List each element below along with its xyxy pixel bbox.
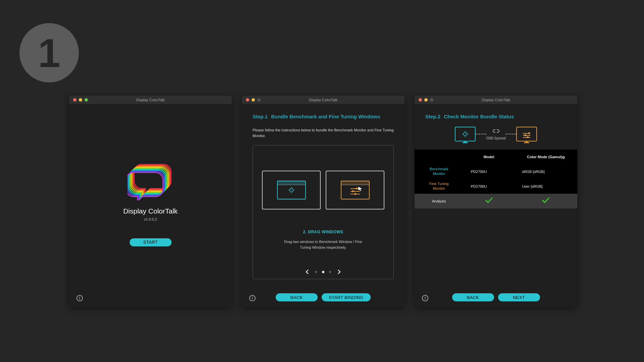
step-number-badge: 1: [19, 23, 79, 82]
window-controls: [246, 98, 261, 102]
titlebar: Display ColorTalk: [415, 96, 577, 104]
window-title: Display ColorTalk: [69, 98, 232, 102]
cursor-icon: [358, 186, 363, 191]
chevron-right-icon[interactable]: [337, 269, 341, 274]
row-label-fine-tuning: Fine Tuning Monitor: [415, 182, 463, 191]
table-footer-row: Analysis: [415, 194, 577, 208]
fine-tuning-monitor-chip: [516, 127, 537, 141]
step-number: 1: [38, 33, 60, 73]
maximize-icon[interactable]: [85, 98, 88, 102]
window-controls: [419, 98, 433, 102]
tutorial-step-description: Drag two windows to Benchmark Window / F…: [281, 239, 365, 250]
tutorial-panel: 2. DRAG WINDOWS Drag two windows to Benc…: [253, 145, 394, 279]
link-icon: [492, 128, 500, 135]
check-icon: [463, 197, 514, 205]
app-version: v1.0.0.2: [144, 217, 157, 221]
app-logo-icon: [127, 162, 174, 200]
cell-model: PD2700U: [463, 170, 514, 174]
back-button[interactable]: BACK: [276, 293, 318, 301]
tutorial-step-title: 2. DRAG WINDOWS: [253, 230, 393, 234]
back-button[interactable]: BACK: [452, 293, 494, 301]
window-body: Step.2 Check Monitor Bundle Status: [415, 104, 577, 307]
start-button[interactable]: START: [129, 238, 171, 246]
table-header-model: Model: [463, 155, 514, 159]
bundle-status-diagram: OSD Synced: [425, 127, 567, 141]
step-heading: Step.1 Bundle Benchmark and Fine Tuning …: [253, 114, 394, 119]
pager-dot[interactable]: [315, 271, 317, 273]
app-name: Display ColorTalk: [123, 207, 177, 215]
window-title: Display ColorTalk: [242, 98, 405, 102]
pager-dot[interactable]: [329, 271, 331, 273]
app-window-step2: Display ColorTalk Step.2 Check Monitor B…: [415, 96, 577, 307]
link-status: OSD Synced: [486, 128, 506, 140]
instructions-text: Please follow the instructions below to …: [253, 127, 394, 138]
benchmark-window-icon: [277, 181, 306, 199]
fine-tuning-window-icon: [341, 181, 370, 199]
svg-point-1: [291, 190, 291, 190]
fine-tuning-monitor-illustration: [326, 171, 384, 209]
table-header-row: Model Color Mode (Gamut)g: [415, 149, 577, 164]
close-icon[interactable]: [419, 98, 422, 102]
windows-row: Display ColorTalk: [69, 96, 577, 307]
next-button[interactable]: NEXT: [498, 293, 540, 301]
dash-line: [476, 134, 486, 134]
benchmark-monitor-chip: [455, 127, 476, 141]
cell-color-mode: User [sRGB]: [515, 184, 577, 188]
titlebar: Display ColorTalk: [242, 96, 405, 104]
cell-color-mode: sRGB [sRGB]: [515, 170, 577, 174]
start-binding-button[interactable]: START BINDING: [322, 293, 371, 301]
app-window-step1: Display ColorTalk Step.1 Bundle Benchmar…: [242, 96, 405, 307]
info-icon[interactable]: i: [422, 295, 428, 301]
cell-model: PD2700U: [463, 184, 514, 188]
step-heading: Step.2 Check Monitor Bundle Status: [425, 114, 567, 119]
close-icon[interactable]: [73, 98, 76, 102]
table-row: Benchmark Monitor PD2700U sRGB [sRGB]: [415, 164, 577, 179]
pager-dots: [315, 271, 331, 273]
check-icon: [515, 197, 577, 205]
window-title: Display ColorTalk: [415, 98, 577, 102]
carousel-nav: [253, 269, 393, 274]
titlebar: Display ColorTalk: [69, 96, 232, 104]
bundle-status-table: Model Color Mode (Gamut)g Benchmark Moni…: [415, 149, 577, 208]
table-header-color-mode: Color Mode (Gamut)g: [515, 155, 577, 159]
button-row: BACK NEXT: [415, 293, 577, 301]
dash-line: [505, 134, 516, 134]
svg-point-7: [465, 134, 466, 134]
window-body: Display ColorTalk v1.0.0.2 START i: [69, 104, 232, 307]
maximize-icon[interactable]: [257, 98, 261, 102]
minimize-icon[interactable]: [252, 98, 255, 102]
footer-label: Analysis: [415, 199, 463, 203]
table-row: Fine Tuning Monitor PD2700U User [sRGB]: [415, 179, 577, 194]
target-icon: [288, 187, 295, 193]
step-name: Check Monitor Bundle Status: [444, 114, 514, 119]
osd-synced-label: OSD Synced: [486, 136, 506, 140]
window-controls: [73, 98, 88, 102]
info-icon[interactable]: i: [249, 295, 256, 301]
info-icon[interactable]: i: [76, 295, 83, 301]
step-number-label: Step.1: [253, 114, 268, 119]
pager-dot-active[interactable]: [322, 271, 324, 273]
button-row: BACK START BINDING: [242, 293, 405, 301]
benchmark-monitor-illustration: [262, 171, 321, 209]
chevron-left-icon[interactable]: [305, 269, 310, 274]
sliders-icon: [523, 133, 530, 138]
minimize-icon[interactable]: [79, 98, 82, 102]
step-number-label: Step.2: [425, 114, 440, 119]
row-label-benchmark: Benchmark Monitor: [415, 167, 463, 176]
maximize-icon[interactable]: [430, 98, 433, 102]
minimize-icon[interactable]: [424, 98, 428, 102]
app-brand-group: Display ColorTalk v1.0.0.2: [123, 162, 177, 221]
target-icon: [462, 131, 469, 137]
app-window-launch: Display ColorTalk: [69, 96, 232, 307]
tutorial-illustration: [253, 171, 393, 209]
step-name: Bundle Benchmark and Fine Tuning Windows: [271, 114, 380, 119]
window-body: Step.1 Bundle Benchmark and Fine Tuning …: [242, 104, 405, 307]
close-icon[interactable]: [246, 98, 249, 102]
